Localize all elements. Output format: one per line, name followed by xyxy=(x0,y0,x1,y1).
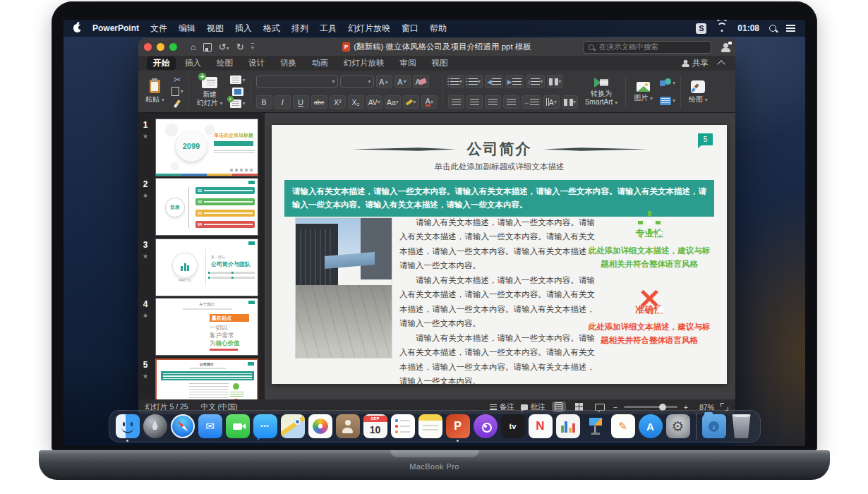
slide-thumbnail-5-selected[interactable]: 公司简介 xyxy=(155,359,258,399)
distribute-button[interactable]: ↔ xyxy=(522,95,541,109)
contacts-icon[interactable] xyxy=(336,414,360,438)
search-input[interactable]: 在演示文稿中搜索 xyxy=(583,41,711,54)
insert-picture-button[interactable]: 图片 ▾ xyxy=(631,74,656,109)
menu-format[interactable]: 格式 xyxy=(263,23,280,35)
align-right-button[interactable] xyxy=(485,95,501,109)
maps-icon[interactable] xyxy=(281,414,305,438)
finder-icon[interactable] xyxy=(116,414,140,438)
font-color-button[interactable]: A▾ xyxy=(421,95,438,109)
draw-button[interactable]: 绘图 ▾ xyxy=(686,74,711,109)
powerpoint-dock-icon[interactable]: P xyxy=(446,414,470,438)
close-window-button[interactable] xyxy=(144,43,152,51)
decrease-indent-button[interactable]: ◀ xyxy=(485,75,503,88)
pages-icon[interactable]: ✎ xyxy=(611,414,635,438)
section-button[interactable]: ▾ xyxy=(230,98,246,109)
tab-animations[interactable]: 动画 xyxy=(306,56,334,70)
home-icon[interactable]: ⌂ xyxy=(191,42,196,52)
building-photo[interactable] xyxy=(296,218,392,358)
reset-slide-button[interactable] xyxy=(232,86,243,97)
slide-editing-canvas[interactable]: 5 公司简介 单击此处添加副标题或详细文本描述 xyxy=(265,113,735,399)
menu-app-name[interactable]: PowerPoint xyxy=(92,23,139,33)
redo-icon[interactable]: ↻ xyxy=(236,42,244,52)
feature-professionalism[interactable]: 专业性 此处添加详细文本描述，建议与标题相关并符合整体语言风格 xyxy=(587,222,711,271)
tab-review[interactable]: 审阅 xyxy=(394,56,423,70)
font-name-select[interactable]: ▾ xyxy=(256,76,338,88)
font-size-select[interactable]: ▾ xyxy=(340,76,374,88)
tab-design[interactable]: 设计 xyxy=(242,56,271,70)
align-center-button[interactable] xyxy=(466,95,483,109)
tab-view[interactable]: 视图 xyxy=(426,56,454,70)
facetime-icon[interactable] xyxy=(226,414,250,438)
justify-button[interactable] xyxy=(503,95,519,109)
undo-icon[interactable]: ↺▾ xyxy=(219,42,229,52)
current-slide[interactable]: 5 公司简介 单击此处添加副标题或详细文本描述 xyxy=(272,125,727,384)
clear-formatting-button[interactable]: A xyxy=(413,75,429,88)
s-status-icon[interactable]: S xyxy=(696,23,706,34)
menu-file[interactable]: 文件 xyxy=(150,23,167,35)
minimize-window-button[interactable] xyxy=(157,43,164,51)
zoom-slider[interactable] xyxy=(624,406,677,408)
convert-to-smartart-button[interactable]: 转换为SmartArt ▾ xyxy=(582,74,620,109)
align-text-button[interactable]: ▾ xyxy=(562,95,578,109)
underline-button[interactable]: U xyxy=(293,95,309,109)
slide-title[interactable]: 公司简介 xyxy=(467,139,532,159)
slide-thumbnail-3[interactable]: PART 01 第一部分 公司简介与团队 xyxy=(155,239,258,296)
account-share-icon[interactable] xyxy=(723,43,728,48)
bold-button[interactable]: B xyxy=(256,95,272,109)
customize-toolbar-icon[interactable]: ▾ xyxy=(251,43,254,51)
wifi-icon[interactable] xyxy=(716,24,728,32)
decrease-font-button[interactable]: A▼ xyxy=(394,75,411,88)
increase-indent-button[interactable]: ▶ xyxy=(505,75,524,88)
copy-button[interactable]: ▾ xyxy=(171,86,183,97)
notes-app-icon[interactable] xyxy=(418,414,442,438)
apple-menu-icon[interactable] xyxy=(73,24,81,32)
keynote-icon[interactable] xyxy=(584,414,608,438)
apple-tv-icon[interactable]: tv xyxy=(501,414,525,438)
menu-insert[interactable]: 插入 xyxy=(235,23,252,35)
numbers-icon[interactable] xyxy=(556,414,580,438)
control-list-icon[interactable] xyxy=(786,25,795,32)
calendar-icon[interactable]: SEP 10 xyxy=(363,414,387,438)
photos-icon[interactable] xyxy=(308,414,332,438)
save-icon[interactable] xyxy=(203,43,212,52)
zoom-window-button[interactable] xyxy=(169,43,177,51)
italic-button[interactable]: I xyxy=(275,95,291,109)
share-button[interactable]: 共享 xyxy=(683,58,709,68)
tab-transitions[interactable]: 切换 xyxy=(274,56,303,70)
slide-layout-button[interactable]: ▾ xyxy=(230,75,246,85)
line-spacing-button[interactable]: ↕▾ xyxy=(526,75,545,88)
columns-button[interactable]: ▾ xyxy=(547,75,563,88)
format-painter-button[interactable] xyxy=(176,98,179,109)
paste-button[interactable]: 粘贴 ▾ xyxy=(143,74,167,109)
mail-icon[interactable]: ✉ xyxy=(198,414,222,438)
slide-thumbnail-1[interactable]: 2099 单击此处添加标题 xyxy=(155,119,258,176)
collapse-ribbon-icon[interactable] xyxy=(717,60,725,68)
character-spacing-button[interactable]: AV▾ xyxy=(366,95,382,109)
system-preferences-icon[interactable]: ⚙ xyxy=(666,414,690,438)
safari-icon[interactable] xyxy=(171,414,195,438)
menu-help[interactable]: 帮助 xyxy=(430,23,447,35)
increase-font-button[interactable]: A▲ xyxy=(376,75,392,88)
tab-draw[interactable]: 绘图 xyxy=(210,56,239,70)
menu-window[interactable]: 窗口 xyxy=(402,23,418,35)
launchpad-icon[interactable] xyxy=(143,414,167,438)
subscript-button[interactable]: X₂ xyxy=(348,95,364,109)
news-icon[interactable]: N xyxy=(529,414,553,438)
cut-button[interactable]: ✂ xyxy=(174,75,181,85)
slide-thumbnail-4[interactable]: 关于我们 赢在起点 一切以 客户需求 为核心价值 xyxy=(155,298,258,356)
messages-icon[interactable]: ••• xyxy=(253,414,277,438)
bullets-button[interactable]: ▾ xyxy=(448,75,464,88)
text-direction-button[interactable]: A▾ xyxy=(543,95,560,109)
spotlight-search-icon[interactable] xyxy=(769,25,776,32)
new-slide-button[interactable]: 新建幻灯片 ▾ xyxy=(194,74,226,109)
menu-tools[interactable]: 工具 xyxy=(320,23,337,35)
feature-accuracy[interactable]: 准确性 此处添加详细文本描述，建议与标题相关并符合整体语言风格 xyxy=(587,299,711,347)
slide-thumbnail-pane[interactable]: 1 ★ 2099 单击此处添加标题 2 ★ xyxy=(138,113,265,399)
slide-thumbnail-2[interactable]: 目录 01 02 03 04 xyxy=(155,178,258,236)
trash-icon[interactable] xyxy=(730,414,754,438)
tab-slideshow[interactable]: 幻灯片放映 xyxy=(337,56,391,70)
tab-insert[interactable]: 插入 xyxy=(179,56,207,70)
menu-slideshow[interactable]: 幻灯片放映 xyxy=(348,23,390,35)
slide-body-textbox[interactable]: 请输入有关文本描述，请输入一些文本内容。请输入有关文本描述，请输入一些文本内容。… xyxy=(399,215,595,389)
align-left-button[interactable] xyxy=(448,95,464,109)
